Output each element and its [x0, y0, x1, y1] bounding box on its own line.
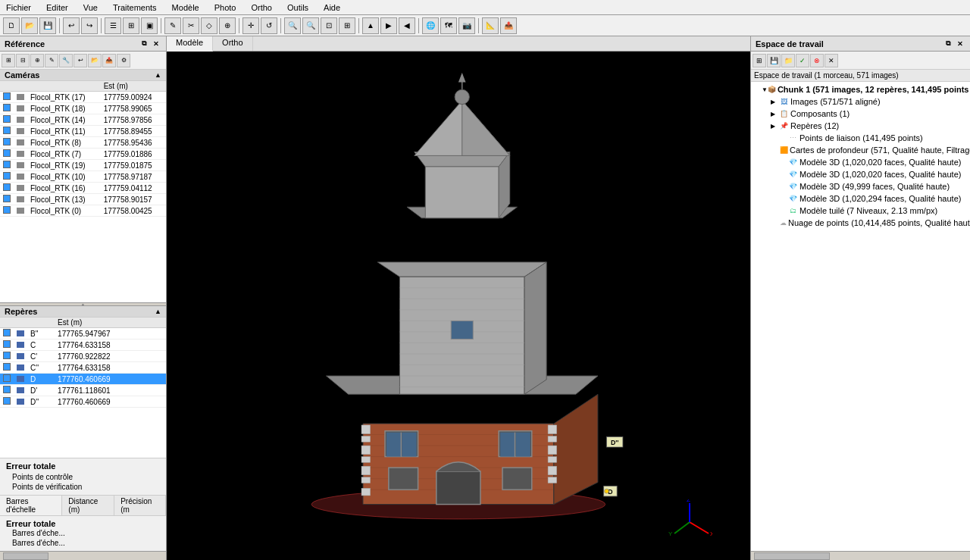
left-panel-scrollbar-thumb[interactable] [3, 552, 48, 560]
menu-photo[interactable]: Photo [211, 2, 239, 13]
ref-tool-import[interactable]: 📂 [88, 54, 102, 67]
menu-aide[interactable]: Aide [321, 2, 343, 13]
toolbar-zoom-out[interactable]: 🔍 [302, 17, 319, 34]
reperes-collapse-btn[interactable]: ▲ [155, 308, 161, 315]
repere-row[interactable]: D'' 177760.460669 [0, 396, 166, 408]
rep-checkbox[interactable] [0, 328, 14, 339]
menu-traitements[interactable]: Traitements [110, 2, 160, 13]
cameras-collapse-btn[interactable]: ▲ [155, 71, 161, 79]
camera-row[interactable]: Flocol_RTK (17) 177759.00924 [0, 92, 166, 103]
tree-arrow[interactable]: ▶ [771, 123, 778, 130]
left-panel-scrollbar[interactable] [0, 551, 166, 560]
menu-ortho[interactable]: Ortho [248, 2, 275, 13]
ws-tool-1[interactable]: ⊞ [753, 54, 766, 67]
toolbar-move[interactable]: ✛ [242, 17, 259, 34]
repere-row[interactable]: C' 177760.922822 [0, 351, 166, 362]
toolbar-btn8[interactable]: ◇ [201, 17, 217, 34]
tree-item[interactable]: 💎 Modèle 3D (1,020,294 faces, Qualité ha… [753, 192, 968, 205]
cam-checkbox[interactable] [0, 205, 14, 217]
camera-row[interactable]: Flocol_RTK (8) 177758.95436 [0, 137, 166, 149]
toolbar-redo[interactable]: ↪ [81, 17, 98, 34]
toolbar-save[interactable]: 💾 [39, 17, 56, 34]
ref-tool-4[interactable]: ✎ [45, 54, 58, 67]
camera-row[interactable]: Flocol_RTK (7) 177759.01886 [0, 149, 166, 160]
menu-modele[interactable]: Modèle [169, 2, 202, 13]
tree-item[interactable]: 💎 Modèle 3D (1,020,020 faces, Qualité ha… [753, 168, 968, 180]
ws-tool-2[interactable]: 💾 [767, 54, 781, 67]
tree-item[interactable]: 💎 Modèle 3D (1,020,020 faces, Qualité ha… [753, 156, 968, 168]
toolbar-cam[interactable]: 📷 [458, 17, 475, 34]
toolbar-view1[interactable]: ▲ [362, 17, 379, 34]
tree-item[interactable]: 🗂 Modèle tuilé (7 Niveaux, 2.13 mm/px) [753, 205, 968, 217]
cam-checkbox[interactable] [0, 194, 14, 205]
tab-modele[interactable]: Modèle [167, 36, 213, 52]
ref-tool-3[interactable]: ⊕ [30, 54, 44, 67]
cam-checkbox[interactable] [0, 183, 14, 194]
toolbar-grid[interactable]: ⊞ [339, 17, 355, 34]
cam-checkbox[interactable] [0, 114, 14, 126]
cam-checkbox[interactable] [0, 92, 14, 103]
repere-row[interactable]: B'' 177765.947967 [0, 328, 166, 339]
toolbar-btn7[interactable]: ✂ [183, 17, 199, 34]
ws-tool-check[interactable]: ✓ [796, 54, 809, 67]
repere-row[interactable]: C 177764.633158 [0, 339, 166, 351]
scale-tab-barres[interactable]: Barres d'échelle [0, 496, 62, 515]
toolbar-map[interactable]: 🗺 [440, 17, 457, 34]
menu-fichier[interactable]: Fichier [3, 2, 34, 13]
camera-row[interactable]: Flocol_RTK (0) 177758.00425 [0, 205, 166, 217]
toolbar-open[interactable]: 📂 [21, 17, 38, 34]
camera-row[interactable]: Flocol_RTK (13) 177758.90157 [0, 194, 166, 205]
right-scrollbar[interactable] [751, 551, 970, 560]
tree-item[interactable]: ▶ 📌 Repères (12) [753, 120, 968, 132]
tree-item[interactable]: 🟧 Cartes de profondeur (571, Qualité hau… [753, 144, 968, 156]
tree-item[interactable]: 💎 Modèle 3D (49,999 faces, Qualité haute… [753, 180, 968, 192]
tree-item[interactable]: ▶ 🖼 Images (571/571 aligné) [753, 95, 968, 108]
cam-checkbox[interactable] [0, 137, 14, 149]
ref-tool-5[interactable]: 🔧 [59, 54, 73, 67]
ws-tool-stop[interactable]: ⊗ [810, 54, 824, 67]
cam-checkbox[interactable] [0, 160, 14, 171]
rep-checkbox[interactable] [0, 396, 14, 408]
scale-tab-precision[interactable]: Précision (m [114, 496, 166, 515]
camera-row[interactable]: Flocol_RTK (19) 177759.01875 [0, 160, 166, 171]
toolbar-btn9[interactable]: ⊕ [219, 17, 236, 34]
camera-row[interactable]: Flocol_RTK (10) 177758.97187 [0, 171, 166, 183]
menu-vue[interactable]: Vue [80, 2, 101, 13]
toolbar-btn6[interactable]: ✎ [164, 17, 181, 34]
camera-row[interactable]: Flocol_RTK (18) 177758.99065 [0, 103, 166, 114]
toolbar-export[interactable]: 📤 [500, 17, 517, 34]
rep-checkbox[interactable] [0, 351, 14, 362]
3d-viewport[interactable]: C' B'' D'' C [167, 52, 750, 560]
ref-tool-6[interactable]: ↩ [74, 54, 87, 67]
right-scrollbar-thumb[interactable] [754, 552, 830, 560]
toolbar-view2[interactable]: ▶ [380, 17, 397, 34]
rep-checkbox[interactable] [0, 374, 14, 385]
repere-row[interactable]: D' 177761.118601 [0, 385, 166, 396]
toolbar-fit[interactable]: ⊡ [321, 17, 337, 34]
rep-checkbox[interactable] [0, 385, 14, 396]
repere-row[interactable]: D 177760.460669 [0, 374, 166, 385]
toolbar-globe[interactable]: 🌐 [422, 17, 439, 34]
tree-arrow[interactable]: ▶ [771, 99, 778, 105]
tree-item[interactable]: ⋯ Points de liaison (141,495 points) [753, 132, 968, 144]
tab-ortho[interactable]: Ortho [213, 36, 253, 51]
tree-arrow[interactable]: ▼ [762, 86, 768, 93]
ref-tool-1[interactable]: ⊞ [2, 54, 15, 67]
tree-arrow[interactable]: ▶ [771, 111, 778, 117]
ref-tool-2[interactable]: ⊟ [16, 54, 30, 67]
tree-item[interactable]: ▶ 📋 Composants (1) [753, 108, 968, 120]
camera-row[interactable]: Flocol_RTK (14) 177758.97856 [0, 114, 166, 126]
menu-outils[interactable]: Outils [284, 2, 311, 13]
toolbar-undo[interactable]: ↩ [63, 17, 80, 34]
toolbar-btn3[interactable]: ☰ [105, 17, 121, 34]
toolbar-zoom-in[interactable]: 🔍 [284, 17, 301, 34]
cam-checkbox[interactable] [0, 126, 14, 137]
toolbar-new[interactable]: 🗋 [3, 17, 20, 34]
camera-row[interactable]: Flocol_RTK (16) 177759.04112 [0, 183, 166, 194]
ref-tool-settings[interactable]: ⚙ [117, 54, 130, 67]
toolbar-view3[interactable]: ◀ [399, 17, 415, 34]
toolbar-btn5[interactable]: ▣ [141, 17, 158, 34]
rep-checkbox[interactable] [0, 339, 14, 351]
tree-item[interactable]: ☁ Nuage de points (10,414,485 points, Qu… [753, 217, 968, 229]
panel-restore-icon[interactable]: ⧉ [139, 39, 149, 49]
